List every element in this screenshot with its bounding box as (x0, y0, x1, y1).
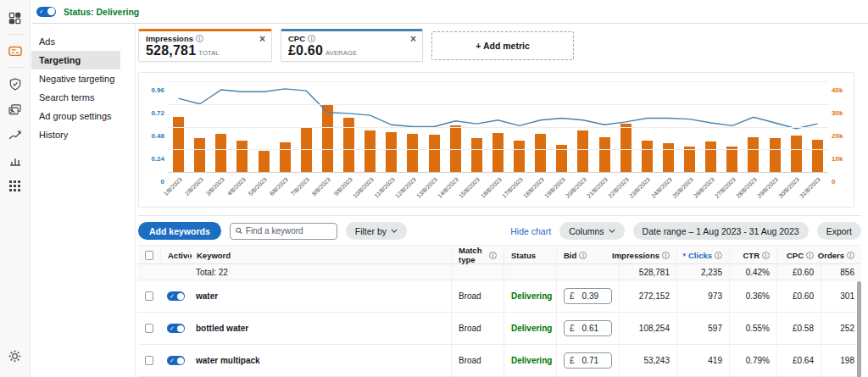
keyword-cell[interactable]: water multipack (189, 356, 451, 365)
metric-qualifier: AVERAGE (326, 49, 357, 57)
info-icon[interactable]: i (196, 35, 203, 42)
row-checkbox[interactable] (145, 291, 153, 301)
match-type-cell: Broad (451, 313, 504, 344)
apps-grid-icon[interactable] (8, 179, 22, 192)
sidebar-item-history[interactable]: History (31, 125, 120, 144)
column-header-active[interactable]: Active (160, 246, 189, 264)
info-icon[interactable]: i (308, 35, 315, 42)
filter-by-button[interactable]: Filter by (346, 222, 407, 240)
trending-up-icon[interactable] (8, 128, 22, 141)
column-header-impressions[interactable]: Impressionsi (619, 246, 676, 264)
columns-button[interactable]: Columns (559, 222, 624, 240)
keywords-table: ActiveKeywordMatch typeiStatusBidiImpres… (138, 245, 861, 377)
column-header-ctr[interactable]: CTRi (729, 246, 776, 264)
x-axis-label: 13/8/2023 (415, 176, 438, 199)
export-button[interactable]: Export (817, 222, 861, 240)
sidebar-item-ads[interactable]: Ads (31, 32, 120, 51)
info-icon[interactable]: i (662, 252, 670, 259)
column-header-status[interactable]: Status (504, 246, 556, 264)
table-scrollbar[interactable] (857, 281, 861, 377)
column-header-match-type[interactable]: Match typei (451, 246, 504, 264)
settings-gear-icon[interactable] (8, 349, 22, 363)
x-axis-label: 28/8/2023 (735, 176, 758, 199)
info-icon[interactable]: i (806, 252, 814, 259)
info-icon[interactable]: i (579, 252, 587, 259)
creatives-icon[interactable] (8, 103, 22, 116)
sidebar-item-targeting[interactable]: Targeting (31, 51, 120, 69)
bid-cell: £0.61 (556, 313, 619, 344)
keyword-active-toggle[interactable] (167, 356, 185, 365)
x-axis-label: 15/8/2023 (458, 176, 481, 199)
bid-input[interactable]: £0.71 (564, 352, 612, 369)
column-header-orders[interactable]: Ordersi (821, 246, 861, 264)
bar-chart-icon[interactable] (8, 153, 22, 167)
row-checkbox[interactable] (145, 356, 153, 365)
metric-value-cell: 53,243 (619, 345, 676, 376)
x-axis-label: 6/8/2023 (269, 176, 289, 197)
column-header-bid[interactable]: Bidi (556, 246, 619, 264)
metric-value-cell: £0.64 (776, 345, 821, 376)
info-icon[interactable]: i (715, 252, 722, 259)
hide-chart-link[interactable]: Hide chart (510, 226, 551, 236)
add-metric-button[interactable]: + Add metric (431, 31, 574, 60)
rail-divider (7, 34, 24, 35)
sidebar-item-ad-group-settings[interactable]: Ad group settings (31, 107, 120, 125)
bid-input[interactable]: £0.61 (564, 320, 612, 336)
total-value: 528,781 (619, 264, 676, 280)
bid-value: 0.39 (575, 291, 606, 301)
info-icon[interactable]: i (489, 252, 497, 259)
metric-value: £0.60 (288, 43, 323, 58)
status-badge: Delivering (511, 324, 552, 333)
campaign-status-toggle[interactable] (36, 7, 56, 17)
select-all-checkbox[interactable] (145, 251, 153, 260)
left-axis-tick: 0 (161, 178, 164, 186)
column-label: CTR (743, 251, 760, 260)
keyword-cell[interactable]: bottled water (189, 324, 451, 333)
table-row: bottled waterBroadDelivering£0.61108,254… (138, 313, 861, 345)
sidebar-item-search-terms[interactable]: Search terms (31, 88, 120, 107)
metric-qualifier: TOTAL (198, 49, 219, 57)
chevron-down-icon (391, 229, 398, 233)
date-range-button[interactable]: Date range – 1 Aug 2023 - 31 Aug 2023 (633, 222, 809, 240)
row-checkbox[interactable] (145, 324, 153, 333)
column-header-clicks[interactable]: ▾Clicksi (676, 246, 729, 264)
x-axis-label: 11/8/2023 (373, 176, 396, 199)
metric-value-cell: £0.58 (776, 313, 821, 344)
column-header-cpc[interactable]: CPCi (776, 246, 821, 264)
info-icon[interactable]: i (762, 252, 770, 259)
right-axis-tick: 20k (832, 132, 843, 140)
total-value: 2,235 (676, 264, 729, 280)
right-axis-tick: 0 (832, 178, 835, 186)
bid-value: 0.61 (575, 324, 606, 333)
metric-value-cell: 0.79% (729, 345, 776, 376)
table-body: Total: 22528,7812,2350.42%£0.60856waterB… (138, 264, 861, 377)
metric-card-impressions: Impressions i × 528,781TOTAL (138, 29, 272, 62)
total-value: 0.42% (729, 264, 776, 280)
metric-value-cell: 108,254 (619, 313, 676, 344)
info-icon[interactable]: i (847, 252, 854, 259)
match-type-cell: Broad (451, 280, 504, 312)
x-axis-label: 26/8/2023 (693, 176, 715, 199)
keyword-search[interactable] (230, 223, 337, 240)
close-icon[interactable]: × (259, 34, 265, 44)
x-axis-label: 9/8/2023 (332, 176, 353, 197)
campaigns-icon[interactable] (8, 44, 22, 58)
keyword-active-toggle[interactable] (167, 291, 185, 301)
add-keywords-button[interactable]: Add keywords (138, 222, 221, 240)
dashboard-icon[interactable] (8, 11, 22, 25)
table-header: ActiveKeywordMatch typeiStatusBidiImpres… (138, 245, 861, 264)
row-active-cell (160, 324, 189, 333)
search-input[interactable] (246, 226, 331, 236)
keyword-cell[interactable]: water (189, 291, 451, 301)
shield-icon[interactable] (8, 77, 22, 91)
right-axis-tick: 30k (832, 109, 843, 117)
metric-value-cell: 0.36% (729, 280, 776, 312)
sidebar-item-negative-targeting[interactable]: Negative targeting (31, 69, 120, 88)
close-icon[interactable]: × (410, 34, 416, 44)
left-axis-tick: 0.72 (151, 109, 164, 117)
metric-name: CPC (288, 34, 305, 43)
column-header-keyword[interactable]: Keyword (189, 246, 451, 264)
x-axis-label: 24/8/2023 (650, 176, 673, 199)
bid-input[interactable]: £0.39 (564, 288, 612, 304)
keyword-active-toggle[interactable] (167, 324, 185, 333)
